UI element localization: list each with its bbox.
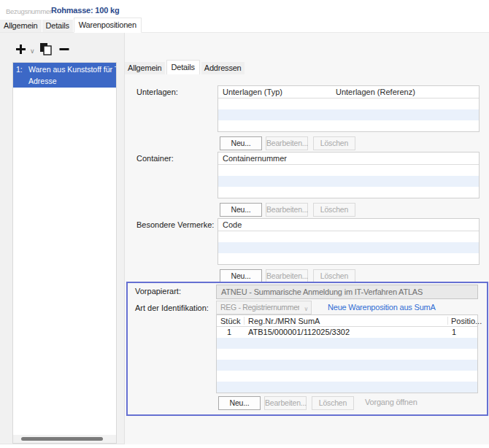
besondere-vermerke-table-header: Code [218, 219, 479, 231]
column-header[interactable]: Code [218, 219, 242, 231]
tab-allgemein[interactable]: Allgemein [0, 20, 42, 33]
bearbeiten-button[interactable]: Bearbeiten... [266, 136, 308, 150]
table-row [217, 360, 477, 371]
tab-warenpositionen[interactable]: Warenpositionen [74, 18, 142, 33]
remove-position-icon[interactable] [59, 44, 69, 56]
neu-button[interactable]: Neu... [220, 136, 262, 150]
position-list[interactable]: 1:Waren aus Kunststoff für TV Geräte Adr… [12, 62, 117, 444]
column-header[interactable]: Positio... [447, 315, 482, 327]
content-area: ∨ 1:Waren aus Kunststoff für TV Geräte A… [0, 33, 489, 444]
table-row [217, 382, 477, 393]
loeschen-button[interactable]: Löschen [313, 203, 355, 217]
cell-stueck: 1 [227, 327, 231, 338]
container-table-header: Containernummer [218, 152, 479, 165]
suma-table[interactable]: Stück Reg.Nr./MRN SumA Positio... 1 ATB1… [216, 314, 478, 393]
table-row[interactable]: 1 ATB15/000001/112025/3302 1 [217, 327, 477, 338]
cell-reg: ATB15/000001/112025/3302 [248, 327, 350, 338]
list-item-title: Waren aus Kunststoff für TV Geräte [28, 65, 116, 74]
unterlagen-label: Unterlagen: [136, 88, 178, 96]
subtab-addressen[interactable]: Addressen [201, 62, 244, 74]
unterlagen-table-header: Unterlagen (Typ) Unterlagen (Referenz) [218, 86, 479, 99]
column-header[interactable]: Stück [217, 315, 241, 327]
suma-table-header: Stück Reg.Nr./MRN SumA Positio... [217, 315, 477, 327]
unterlagen-buttons: Neu... Bearbeiten... Löschen [220, 136, 359, 150]
table-row [217, 371, 477, 382]
art-der-identifikation-value: REG - Registriernummer-/Po... [220, 301, 299, 314]
column-header[interactable]: Unterlagen (Referenz) [331, 86, 415, 99]
table-row [217, 338, 477, 349]
container-label: Container: [136, 154, 174, 163]
vorpapier-box: Vorpapierart: ATNEU - Summarische Anmeld… [126, 282, 488, 416]
detail-panel: Allgemein Details Addressen Unterlagen: … [124, 33, 489, 444]
bezugsnummer-label: Bezugsnummer [6, 7, 52, 15]
table-row [218, 187, 479, 198]
rohmasse-label: Rohmasse: 100 kg [51, 6, 119, 15]
top-bar: Bezugsnummer Rohmasse: 100 kg Allgemein … [0, 0, 489, 33]
subtab-allgemein[interactable]: Allgemein [125, 62, 165, 74]
tab-details[interactable]: Details [42, 20, 73, 33]
art-der-identifikation-select[interactable]: REG - Registriernummer-/Po... ∨ [216, 301, 312, 314]
container-table[interactable]: Containernummer [217, 152, 480, 198]
add-position-icon[interactable] [15, 44, 26, 56]
container-buttons: Neu... Bearbeiten... Löschen [220, 203, 359, 217]
subtab-details[interactable]: Details [166, 60, 200, 74]
detail-tab-strip: Allgemein Details Addressen [125, 60, 246, 74]
table-row [218, 99, 479, 109]
vorgang-oeffnen-button[interactable]: Vorgang öffnen [365, 396, 417, 410]
neu-button[interactable]: Neu... [220, 203, 262, 217]
vorpapierart-label: Vorpapierart: [135, 287, 181, 296]
main-tab-strip: Allgemein Details Warenpositionen [0, 18, 142, 33]
art-der-identifikation-label: Art der Identifikation: [135, 304, 209, 312]
bearbeiten-button[interactable]: Bearbeiten... [264, 396, 307, 410]
table-row [218, 120, 479, 131]
bearbeiten-button[interactable]: Bearbeiten... [266, 203, 308, 217]
horizontal-scrollbar[interactable] [13, 435, 116, 443]
column-header[interactable]: Containernummer [218, 152, 287, 165]
loeschen-button[interactable]: Löschen [313, 136, 355, 150]
table-row [218, 165, 479, 176]
table-row [218, 231, 479, 242]
position-toolbar: ∨ [15, 42, 69, 57]
add-dropdown-chevron-icon[interactable]: ∨ [30, 47, 35, 55]
list-item-index: 1: [16, 63, 28, 75]
list-item-subtitle: Adresse [28, 75, 116, 87]
copy-position-icon[interactable] [39, 42, 52, 57]
table-row [218, 253, 479, 264]
list-item[interactable]: 1:Waren aus Kunststoff für TV Geräte Adr… [13, 63, 116, 88]
cell-position: 1 [452, 327, 456, 338]
neue-warenposition-link[interactable]: Neue Warenposition aus SumA [328, 303, 436, 312]
besondere-vermerke-label: Besondere Vermerke: [136, 220, 214, 229]
vorpapier-buttons: Neu... Bearbeiten... Löschen Vorgang öff… [218, 396, 421, 410]
scrollbar-thumb[interactable] [21, 437, 103, 441]
table-row [218, 109, 479, 120]
table-row [218, 176, 479, 187]
table-row [217, 349, 477, 360]
besondere-vermerke-table[interactable]: Code [217, 218, 480, 265]
unterlagen-table[interactable]: Unterlagen (Typ) Unterlagen (Referenz) [217, 85, 480, 132]
table-row [218, 242, 479, 253]
loeschen-button[interactable]: Löschen [312, 396, 354, 410]
column-header[interactable]: Unterlagen (Typ) [218, 86, 282, 99]
chevron-down-icon: ∨ [304, 303, 308, 315]
neu-button[interactable]: Neu... [218, 396, 261, 410]
vorpapierart-field[interactable]: ATNEU - Summarische Anmeldung im IT-Verf… [216, 285, 478, 299]
column-header[interactable]: Reg.Nr./MRN SumA [244, 315, 320, 327]
